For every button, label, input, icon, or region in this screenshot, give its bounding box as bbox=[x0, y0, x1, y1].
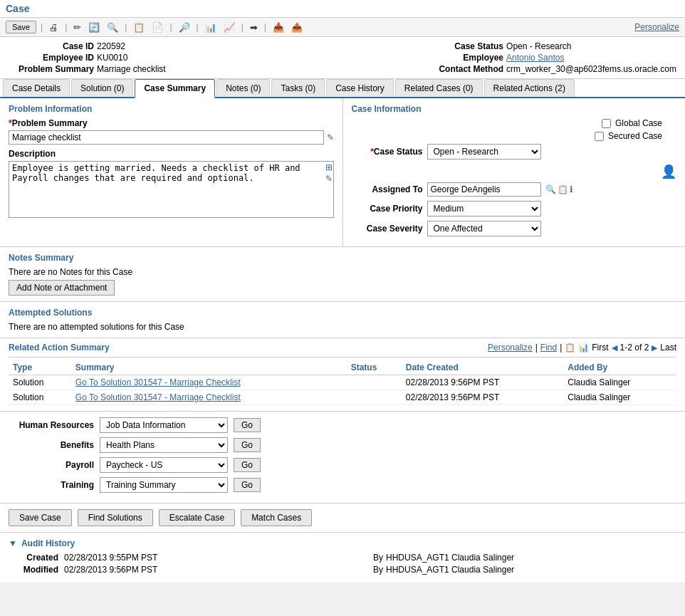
notes-title: Notes Summary bbox=[9, 253, 676, 263]
chart-icon[interactable]: 📈 bbox=[221, 21, 237, 33]
human-resources-select[interactable]: Job Data Information Performance Trainin… bbox=[100, 417, 228, 433]
tab-notes[interactable]: Notes (0) bbox=[216, 79, 270, 97]
assigned-to-input[interactable] bbox=[427, 182, 541, 197]
chart-view-icon[interactable]: 📊 bbox=[578, 343, 589, 353]
employee-id-row: Employee ID KU0010 bbox=[9, 53, 166, 63]
audit-created-date: 02/28/2013 9:55PM PST bbox=[64, 553, 367, 563]
search-icon[interactable]: 🔍 bbox=[105, 21, 120, 33]
save-button[interactable]: Save bbox=[6, 21, 36, 33]
export-icon[interactable]: ➡ bbox=[248, 21, 260, 33]
tab-solution[interactable]: Solution (0) bbox=[71, 79, 133, 97]
cell-added-by: Claudia Salinger bbox=[563, 390, 676, 405]
nav-prev-button[interactable]: ◀ bbox=[612, 343, 617, 353]
controls-divider2: | bbox=[560, 343, 562, 353]
secured-case-checkbox[interactable] bbox=[595, 132, 604, 141]
case-id-value: 220592 bbox=[97, 41, 125, 51]
employee-label: Employee bbox=[418, 53, 503, 63]
case-priority-label: Case Priority bbox=[352, 204, 423, 214]
save-case-button[interactable]: Save Case bbox=[9, 509, 72, 526]
tab-case-details[interactable]: Case Details bbox=[3, 79, 70, 97]
edit-icon[interactable]: ✏ bbox=[71, 21, 83, 33]
case-status-label: Case Status bbox=[418, 41, 503, 51]
contact-method-label: Contact Method bbox=[418, 64, 503, 74]
match-cases-button[interactable]: Match Cases bbox=[241, 509, 312, 526]
nav-last[interactable]: Last bbox=[660, 343, 676, 353]
description-textarea[interactable] bbox=[9, 161, 334, 218]
list-assigned-icon[interactable]: 📋 bbox=[558, 184, 568, 194]
dropdown-section: Human Resources Job Data Information Per… bbox=[0, 412, 685, 503]
cell-date-created: 02/28/2013 9:56PM PST bbox=[402, 390, 563, 405]
audit-created-by-value: HHDUSA_AGT1 Claudia Salinger bbox=[386, 553, 514, 563]
related-personalize-link[interactable]: Personalize bbox=[488, 343, 533, 353]
print-icon[interactable]: 🖨 bbox=[47, 21, 61, 33]
related-action-section: Related Action Summary Personalize | Fin… bbox=[0, 338, 685, 412]
list-icon[interactable]: 📋 bbox=[131, 21, 147, 33]
case-id-label: Case ID bbox=[9, 41, 94, 51]
case-severity-select[interactable]: One Affected Multiple Affected All Affec… bbox=[427, 221, 541, 236]
problem-summary-row: Problem Summary Marriage checklist bbox=[9, 64, 166, 74]
tab-related-cases[interactable]: Related Cases (0) bbox=[395, 79, 483, 97]
payroll-row: Payroll Paycheck - US Tax Information De… bbox=[9, 457, 676, 473]
contact-method-row: Contact Method crm_worker_30@ap6023fems.… bbox=[418, 64, 676, 74]
notes-section: Notes Summary There are no Notes for thi… bbox=[0, 247, 685, 302]
find-solutions-button[interactable]: Find Solutions bbox=[78, 509, 153, 526]
nav-first[interactable]: First bbox=[592, 343, 608, 353]
tab-tasks[interactable]: Tasks (0) bbox=[271, 79, 325, 97]
action-bar: Save Case Find Solutions Escalate Case M… bbox=[0, 503, 685, 533]
audit-modified-by-value: HHDUSA_AGT1 Claudia Salinger bbox=[386, 565, 514, 575]
tab-case-history[interactable]: Case History bbox=[326, 79, 394, 97]
employee-row: Employee Antonio Santos bbox=[418, 53, 676, 63]
personalize-link[interactable]: Personalize bbox=[634, 22, 679, 32]
training-go-button[interactable]: Go bbox=[234, 478, 261, 492]
human-resources-go-button[interactable]: Go bbox=[234, 418, 261, 432]
import-icon[interactable]: 📥 bbox=[271, 21, 286, 33]
page-info: 1-2 of 2 bbox=[620, 343, 649, 353]
cell-summary[interactable]: Go To Solution 301547 - Marriage Checkli… bbox=[71, 390, 347, 405]
nav-next-button[interactable]: ▶ bbox=[652, 343, 657, 353]
magnify-icon[interactable]: 🔎 bbox=[177, 21, 192, 33]
related-find-link[interactable]: Find bbox=[540, 343, 557, 353]
refresh-icon[interactable]: 🔄 bbox=[86, 21, 102, 33]
audit-header: ▼ Audit History bbox=[9, 538, 676, 548]
audit-modified-row: Modified 02/28/2013 9:56PM PST By HHDUSA… bbox=[9, 565, 676, 575]
cell-summary[interactable]: Go To Solution 301547 - Marriage Checkli… bbox=[71, 375, 347, 390]
tab-case-summary[interactable]: Case Summary bbox=[135, 79, 215, 98]
training-row: Training Training Summary Courses Certif… bbox=[9, 477, 676, 493]
escalate-case-button[interactable]: Escalate Case bbox=[159, 509, 235, 526]
training-select[interactable]: Training Summary Courses Certifications bbox=[100, 477, 228, 493]
payroll-go-button[interactable]: Go bbox=[234, 458, 261, 472]
person-icon[interactable]: 👤 bbox=[661, 164, 676, 179]
benefits-label: Benefits bbox=[9, 440, 94, 450]
tab-related-actions[interactable]: Related Actions (2) bbox=[484, 79, 575, 97]
problem-summary-input[interactable] bbox=[9, 130, 324, 145]
table-view-icon[interactable]: 📋 bbox=[565, 343, 575, 353]
doc-icon[interactable]: 📄 bbox=[150, 21, 165, 33]
related-action-table: Type Summary Status Date Created Added B… bbox=[9, 360, 676, 405]
page-title: Case bbox=[0, 0, 685, 18]
global-case-row: Global Case bbox=[352, 118, 677, 128]
info-assigned-icon[interactable]: ℹ bbox=[570, 184, 573, 194]
global-case-checkbox[interactable] bbox=[602, 119, 611, 128]
case-status-form-label: Case Status bbox=[352, 147, 423, 157]
col-date-created: Date Created bbox=[402, 360, 563, 375]
add-note-button[interactable]: Add Note or Attachment bbox=[9, 280, 115, 296]
grid-icon[interactable]: 📊 bbox=[203, 21, 219, 33]
benefits-go-button[interactable]: Go bbox=[234, 438, 261, 452]
cell-date-created: 02/28/2013 9:56PM PST bbox=[402, 375, 563, 390]
edit-summary-icon[interactable]: ✎ bbox=[327, 132, 334, 142]
case-status-select[interactable]: Open - Research Closed Pending In Progre… bbox=[427, 144, 541, 160]
audit-chevron-icon[interactable]: ▼ bbox=[9, 538, 17, 548]
payroll-select[interactable]: Paycheck - US Tax Information Deductions bbox=[100, 457, 228, 473]
employee-value[interactable]: Antonio Santos bbox=[506, 53, 564, 63]
case-priority-select[interactable]: Low Medium High bbox=[427, 201, 541, 216]
problem-summary-value: Marriage checklist bbox=[97, 64, 166, 74]
col-status: Status bbox=[347, 360, 402, 375]
payroll-label: Payroll bbox=[9, 460, 94, 470]
benefits-select[interactable]: Health Plans Benefits Summary Enrollment bbox=[100, 437, 228, 453]
toolbar: Save | 🖨 | ✏ 🔄 🔍 | 📋 📄 | 🔎 | 📊 📈 | ➡ | 📥… bbox=[0, 18, 685, 37]
expand-icon[interactable]: ⊞ bbox=[325, 162, 333, 172]
search-assigned-icon[interactable]: 🔍 bbox=[545, 184, 556, 194]
edit-desc-icon[interactable]: ✎ bbox=[325, 174, 333, 184]
contact-method-value: crm_worker_30@ap6023fems.us.oracle.com bbox=[506, 64, 676, 74]
upload-icon[interactable]: 📤 bbox=[289, 21, 305, 33]
